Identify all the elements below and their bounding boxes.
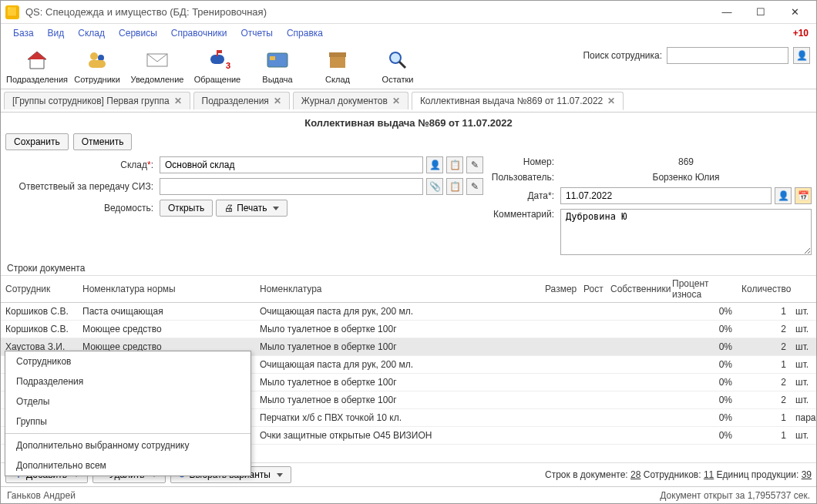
svg-rect-12 bbox=[329, 52, 346, 57]
menu-base[interactable]: База bbox=[7, 26, 40, 40]
tb-employees[interactable]: Сотрудники bbox=[67, 47, 127, 84]
date-input[interactable] bbox=[560, 187, 772, 204]
menu-help[interactable]: Справка bbox=[281, 26, 329, 40]
resp-a-button[interactable]: 📎 bbox=[426, 178, 443, 195]
svg-rect-7 bbox=[217, 50, 218, 56]
minimize-button[interactable]: — bbox=[710, 2, 744, 23]
search-label: Поиск сотрудника: bbox=[583, 50, 662, 61]
summary-info: Строк в документе: 28 Сотрудников: 11 Ед… bbox=[296, 469, 812, 480]
window-controls: — ☐ ✕ bbox=[710, 2, 812, 23]
main-toolbar: Подразделения Сотрудники Уведомление 3 О… bbox=[1, 42, 816, 89]
comment-input[interactable] bbox=[560, 209, 812, 255]
action-buttons: Сохранить Отменить bbox=[1, 132, 816, 155]
close-icon[interactable]: ✕ bbox=[392, 96, 400, 106]
card-icon bbox=[264, 47, 291, 73]
responsible-input[interactable] bbox=[160, 178, 423, 195]
search-input[interactable] bbox=[667, 47, 788, 64]
close-icon[interactable]: ✕ bbox=[274, 96, 281, 106]
warehouse-select-button[interactable]: 👤 bbox=[426, 156, 443, 173]
window-title: QS: Спецодежда и имущество (БД: Трениров… bbox=[25, 6, 710, 18]
date-today-button[interactable]: 👤 bbox=[775, 187, 792, 204]
cm-extra-all[interactable]: Дополнительно всем bbox=[5, 455, 250, 475]
resp-c-button[interactable]: ✎ bbox=[466, 178, 483, 195]
tab-departments[interactable]: Подразделения ✕ bbox=[193, 92, 290, 109]
col-nomenclature[interactable]: Номенклатура bbox=[255, 276, 540, 303]
menubar-notification[interactable]: +10 bbox=[793, 28, 809, 39]
col-owners[interactable]: Собственники bbox=[606, 276, 667, 303]
col-height[interactable]: Рост bbox=[579, 276, 606, 303]
label-comment: Комментарий: bbox=[488, 209, 557, 220]
menu-services[interactable]: Сервисы bbox=[113, 26, 163, 40]
date-calendar-button[interactable]: 📅 bbox=[795, 187, 812, 204]
status-timing: Документ открыт за 1,7955737 сек. bbox=[76, 490, 810, 501]
tb-departments[interactable]: Подразделения bbox=[7, 47, 67, 84]
svg-rect-8 bbox=[218, 50, 222, 53]
menu-reports[interactable]: Отчеты bbox=[234, 26, 278, 40]
appeal-badge: 3 bbox=[226, 61, 230, 70]
col-size[interactable]: Размер bbox=[540, 276, 579, 303]
tab-journal[interactable]: Журнал документов ✕ bbox=[293, 92, 408, 109]
save-button[interactable]: Сохранить bbox=[5, 133, 69, 150]
cm-groups[interactable]: Группы bbox=[5, 412, 250, 432]
search-person-button[interactable]: 👤 bbox=[793, 47, 810, 64]
number-value: 869 bbox=[560, 156, 812, 167]
col-unit[interactable] bbox=[791, 276, 816, 303]
people-icon bbox=[84, 47, 110, 73]
maximize-button[interactable]: ☐ bbox=[744, 2, 778, 23]
cm-sections[interactable]: Отделы bbox=[5, 391, 250, 412]
tb-notification[interactable]: Уведомление bbox=[127, 47, 187, 84]
svg-line-14 bbox=[399, 62, 405, 68]
tb-appeal[interactable]: 3 Обращение bbox=[187, 47, 247, 84]
svg-marker-1 bbox=[28, 52, 46, 59]
svg-rect-4 bbox=[89, 60, 106, 68]
tb-stock[interactable]: Остатки bbox=[368, 47, 428, 84]
label-warehouse: Склад*: bbox=[5, 160, 156, 170]
cm-employees[interactable]: Сотрудников bbox=[5, 351, 250, 371]
col-employee[interactable]: Сотрудник bbox=[1, 276, 78, 303]
cm-extra-selected[interactable]: Дополнительно выбранному сотруднику bbox=[5, 435, 250, 455]
print-button[interactable]: 🖨 Печать bbox=[216, 200, 287, 217]
warehouse-ref-button[interactable]: 📋 bbox=[446, 156, 463, 173]
tab-collective-issue[interactable]: Коллективная выдача №869 от 11.07.2022 ✕ bbox=[412, 92, 624, 110]
cm-separator bbox=[5, 433, 250, 434]
warehouse-input[interactable] bbox=[160, 156, 423, 173]
label-responsible: Ответствеый за передачу СИЗ: bbox=[5, 181, 156, 192]
statusbar: Ганьков Андрей Документ открыт за 1,7955… bbox=[1, 486, 816, 503]
resp-b-button[interactable]: 📋 bbox=[446, 178, 463, 195]
label-date: Дата*: bbox=[488, 190, 557, 201]
svg-point-2 bbox=[90, 52, 98, 60]
tab-groups[interactable]: [Группы сотрудников] Первая группа ✕ bbox=[4, 92, 190, 109]
envelope-icon bbox=[144, 47, 170, 73]
svg-point-13 bbox=[390, 52, 401, 63]
close-icon[interactable]: ✕ bbox=[174, 96, 182, 106]
col-qty[interactable]: Количество bbox=[737, 276, 791, 303]
tb-issue[interactable]: Выдача bbox=[247, 47, 308, 84]
menu-warehouse[interactable]: Склад bbox=[72, 26, 111, 40]
form-area: Склад*: 👤 📋 ✎ Ответствеый за передачу СИ… bbox=[1, 155, 816, 260]
employee-search: Поиск сотрудника: 👤 bbox=[583, 47, 810, 64]
magnifier-icon bbox=[385, 47, 411, 73]
svg-rect-11 bbox=[330, 55, 345, 68]
svg-point-3 bbox=[98, 55, 104, 61]
menu-view[interactable]: Вид bbox=[42, 26, 71, 40]
table-header-row: Сотрудник Номенклатура нормы Номенклатур… bbox=[1, 276, 816, 303]
table-row[interactable]: Коршиков С.В.Паста очищающаяОчищающая па… bbox=[1, 303, 816, 321]
house-icon bbox=[24, 47, 50, 73]
tb-warehouse[interactable]: Склад bbox=[308, 47, 368, 84]
menu-reference[interactable]: Справочники bbox=[165, 26, 234, 40]
col-wear[interactable]: Процент износа bbox=[667, 276, 737, 303]
label-number: Номер: bbox=[488, 156, 557, 167]
warehouse-edit-button[interactable]: ✎ bbox=[466, 156, 483, 173]
close-button[interactable]: ✕ bbox=[778, 2, 812, 23]
cm-departments[interactable]: Подразделения bbox=[5, 371, 250, 391]
label-user: Пользователь: bbox=[488, 172, 557, 183]
app-icon: 🟨 bbox=[5, 5, 19, 19]
menubar: База Вид Склад Сервисы Справочники Отчет… bbox=[1, 24, 816, 42]
cancel-button[interactable]: Отменить bbox=[73, 133, 133, 150]
document-title: Коллективная выдача №869 от 11.07.2022 bbox=[1, 113, 816, 132]
col-norm[interactable]: Номенклатура нормы bbox=[78, 276, 255, 303]
table-row[interactable]: Коршиков С.В.Моющее средствоМыло туалетн… bbox=[1, 321, 816, 338]
window-titlebar: 🟨 QS: Спецодежда и имущество (БД: Тренир… bbox=[1, 1, 816, 24]
open-button[interactable]: Открыть bbox=[160, 200, 213, 217]
close-icon[interactable]: ✕ bbox=[607, 96, 615, 106]
